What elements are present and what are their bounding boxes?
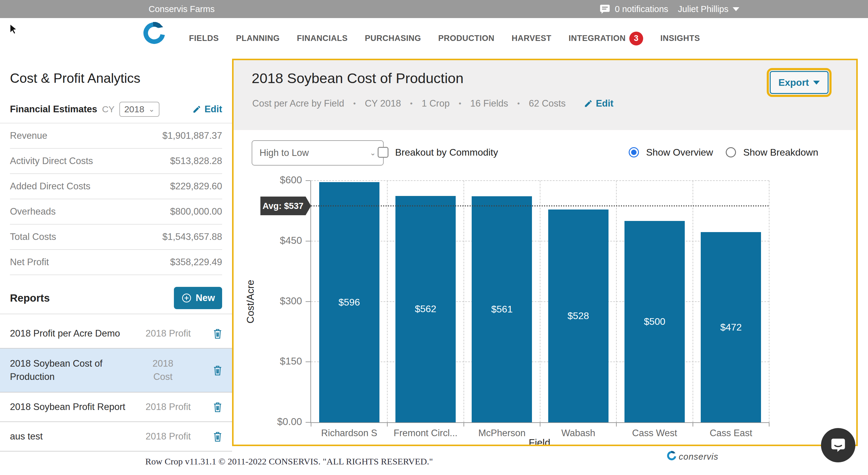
report-panel-header: 2018 Soybean Cost of Production Cost per…: [234, 60, 856, 130]
subtitle-part: 16 Fields: [470, 98, 508, 109]
report-title: 2018 Soybean Cost of Production: [252, 70, 464, 87]
y-tick-label: $150: [248, 355, 302, 367]
y-tick-label: $600: [248, 174, 302, 186]
user-menu[interactable]: Juliet Phillips: [678, 4, 739, 14]
financial-row: Net Profit$358,229.49: [10, 250, 222, 275]
report-subtitle: Cost per Acre by Field•CY 2018•1 Crop•16…: [252, 98, 613, 109]
financial-row-value: $1,543,657.88: [162, 232, 222, 242]
trash-icon: [212, 409, 223, 414]
notifications-label[interactable]: 0 notifications: [615, 4, 668, 14]
subtitle-part: CY 2018: [365, 98, 401, 109]
nav-item-harvest[interactable]: HARVEST: [512, 34, 552, 43]
x-tick-mark: [692, 422, 693, 427]
y-tick-mark: [306, 301, 310, 302]
bar-value-label: $528: [567, 310, 589, 321]
divider: [0, 314, 232, 320]
x-tick-mark: [616, 422, 617, 427]
sort-order-select[interactable]: High to Low ⌄: [252, 140, 384, 166]
financial-row: Total Costs$1,543,657.88: [10, 225, 222, 250]
notifications-icon[interactable]: [599, 3, 611, 15]
nav-item-purchasing[interactable]: PURCHASING: [365, 34, 421, 43]
chart-bar: $561: [472, 196, 532, 422]
bar-chart: $0.00$150$300$450$600$596$562$561$528$50…: [310, 181, 769, 423]
delete-report-button[interactable]: [212, 328, 223, 340]
nav-item-integration[interactable]: INTEGRATION3: [569, 32, 644, 45]
x-axis-title: Field: [310, 437, 769, 446]
report-list-item[interactable]: aus test2018 Profit: [0, 422, 232, 451]
nav-item-label: FINANCIALS: [297, 34, 348, 43]
delete-report-button[interactable]: [212, 431, 223, 442]
top-bar: Conservis Farms 0 notifications Juliet P…: [0, 0, 868, 18]
new-report-button[interactable]: New: [174, 287, 222, 309]
financial-row: Added Direct Costs$229,829.60: [10, 174, 222, 199]
conservis-logo-icon[interactable]: [141, 22, 165, 48]
report-panel: 2018 Soybean Cost of Production Cost per…: [232, 59, 858, 446]
nav-item-label: PRODUCTION: [438, 34, 495, 43]
horizontal-gridline: [311, 180, 769, 181]
financial-row-value: $1,901,887.37: [162, 130, 222, 141]
nav-item-production[interactable]: PRODUCTION: [438, 34, 495, 43]
nav-item-label: INSIGHTS: [660, 34, 700, 43]
financial-row: Overheads$800,000.00: [10, 199, 222, 225]
financial-estimates-heading: Financial Estimates: [10, 104, 97, 115]
report-list-item[interactable]: 2018 Soybean Profit Report2018 Profit: [0, 393, 232, 422]
chart-bar: $596: [319, 182, 379, 422]
integration-badge: 3: [629, 32, 643, 45]
nav-item-label: FIELDS: [189, 34, 219, 43]
bullet-separator: •: [410, 99, 412, 108]
report-name: 2018 Soybean Profit Report: [10, 400, 146, 414]
report-list-item[interactable]: 2018 Profit per Acre Demo2018 Profit: [0, 319, 232, 348]
cy-label: CY: [102, 104, 115, 114]
y-tick-label: $300: [248, 295, 302, 307]
breakout-by-commodity-checkbox[interactable]: [378, 147, 389, 158]
show-breakdown-radio[interactable]: [726, 147, 736, 158]
chevron-down-icon: [813, 81, 820, 84]
financial-row-label: Total Costs: [10, 232, 56, 242]
delete-report-button[interactable]: [212, 401, 223, 413]
chevron-down-icon: ⌄: [370, 149, 376, 157]
report-type: 2018 Profit: [146, 327, 198, 340]
financial-row-value: $358,229.49: [170, 257, 222, 268]
subtitle-part: 1 Crop: [422, 98, 450, 109]
report-list-item[interactable]: 2018 Soybean Cost of Production2018 Cost: [0, 348, 232, 393]
x-tick-mark: [540, 422, 540, 427]
nav-item-financials[interactable]: FINANCIALS: [297, 34, 348, 43]
footer-brand: conservis: [666, 451, 718, 462]
y-tick-mark: [306, 241, 310, 241]
breakout-by-commodity-label: Breakout by Commodity: [395, 147, 498, 158]
chart-bar: $500: [624, 221, 685, 422]
financials-edit-button[interactable]: Edit: [192, 104, 222, 115]
horizontal-gridline: [311, 241, 769, 241]
financial-row-value: $229,829.60: [170, 181, 222, 192]
chevron-down-icon: [733, 7, 739, 11]
report-edit-button[interactable]: Edit: [584, 98, 614, 109]
reports-heading: Reports: [10, 292, 50, 304]
bar-value-label: $472: [720, 322, 742, 333]
user-name: Juliet Phillips: [678, 4, 728, 14]
y-tick-mark: [306, 362, 310, 362]
trash-icon: [212, 373, 223, 377]
bullet-separator: •: [353, 99, 355, 108]
y-tick-mark: [306, 422, 310, 422]
export-button[interactable]: Export: [770, 71, 829, 94]
report-name: 2018 Profit per Acre Demo: [10, 327, 146, 340]
report-type: 2018 Profit: [146, 400, 198, 414]
horizontal-gridline: [311, 301, 769, 302]
plus-circle-icon: [181, 293, 192, 303]
nav-item-insights[interactable]: INSIGHTS: [660, 34, 700, 43]
show-overview-radio[interactable]: [629, 147, 639, 158]
nav-item-planning[interactable]: PLANNING: [236, 34, 280, 43]
financial-row: Revenue$1,901,887.37: [10, 124, 222, 149]
report-name: aus test: [10, 430, 146, 443]
year-select[interactable]: 2018 ⌄: [119, 102, 159, 117]
financial-row-value: $800,000.00: [170, 206, 222, 217]
subtitle-part: Cost per Acre by Field: [252, 98, 344, 109]
delete-report-button[interactable]: [212, 364, 223, 376]
bar-value-label: $562: [415, 303, 436, 314]
nav-item-fields[interactable]: FIELDS: [189, 34, 219, 43]
x-tick-mark: [464, 422, 464, 427]
chat-widget-button[interactable]: [821, 428, 855, 462]
show-overview-label: Show Overview: [646, 147, 713, 158]
financial-row: Activity Direct Costs$513,828.28: [10, 149, 222, 174]
average-line: [311, 205, 769, 206]
